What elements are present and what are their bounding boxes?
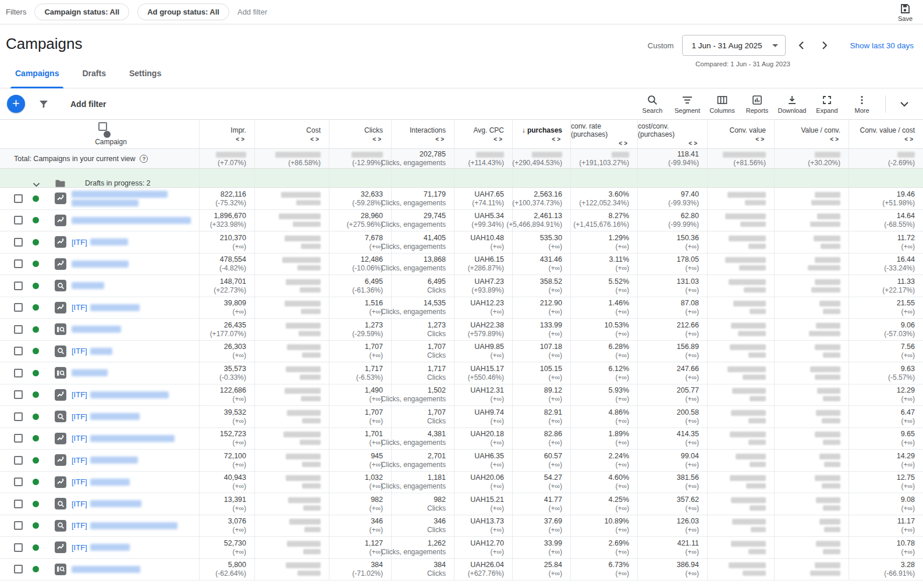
more-button[interactable]: More [844, 94, 879, 114]
campaign-name-link[interactable] [72, 326, 121, 333]
status-enabled-icon[interactable] [33, 348, 39, 354]
columns-button[interactable]: Columns [705, 94, 740, 114]
status-enabled-icon[interactable] [33, 566, 39, 572]
row-checkbox[interactable] [14, 477, 23, 486]
column-header-avg-cpc[interactable]: Avg. CPC<> [454, 120, 512, 148]
download-button[interactable]: Download [775, 94, 810, 114]
row-checkbox[interactable] [14, 390, 23, 399]
status-enabled-icon[interactable] [33, 326, 39, 333]
status-enabled-icon[interactable] [33, 239, 39, 245]
drafts-group-row[interactable]: Drafts in progress: 2 [0, 169, 923, 188]
tab-drafts[interactable]: Drafts [73, 69, 115, 88]
folder-icon [55, 180, 65, 187]
column-header-value-conv[interactable]: Value / conv.<> [774, 120, 849, 148]
status-enabled-icon[interactable] [33, 435, 39, 441]
campaign-name-link[interactable] [72, 261, 129, 268]
column-header-purchases[interactable]: ↓ purchases<> [512, 120, 570, 148]
collapse-chart-icon[interactable] [892, 101, 917, 107]
campaign-name-link[interactable] [72, 566, 140, 573]
search-button[interactable]: Search [635, 94, 670, 114]
redacted-value [300, 287, 321, 293]
column-header-clicks[interactable]: Clicks<> [329, 120, 391, 148]
select-all-checkbox[interactable] [98, 122, 107, 131]
status-enabled-icon[interactable] [33, 479, 39, 485]
row-checkbox[interactable] [14, 456, 23, 465]
row-checkbox[interactable] [14, 500, 23, 508]
column-header-conv-rate-purchases[interactable]: conv. rate (purchases)<> [570, 120, 637, 148]
column-header-conv-value[interactable]: Conv. value<> [707, 120, 774, 148]
row-checkbox[interactable] [14, 347, 23, 355]
column-header-cost[interactable]: Cost<> [254, 120, 329, 148]
show-last-30-days-link[interactable]: Show last 30 days [850, 41, 914, 50]
status-filter-icon[interactable] [104, 131, 111, 138]
status-enabled-icon[interactable] [33, 261, 39, 267]
column-header-cost-conv-purchases[interactable]: cost/conv. (purchases)<> [637, 120, 707, 148]
row-checkbox[interactable] [14, 216, 23, 224]
status-enabled-icon[interactable] [33, 217, 39, 223]
campaign-name-link[interactable]: [ITF] [72, 238, 128, 247]
cell-cpc: UAH20.18(+∞) [454, 428, 512, 450]
row-checkbox[interactable] [14, 521, 23, 530]
tab-campaigns[interactable]: Campaigns [6, 69, 68, 88]
filter-funnel-icon[interactable] [38, 98, 49, 110]
row-checkbox[interactable] [14, 281, 23, 290]
column-header-impr[interactable]: Impr.<> [199, 120, 254, 148]
row-checkbox[interactable] [14, 238, 23, 247]
campaign-name-link[interactable]: [ITF] [72, 500, 141, 508]
status-enabled-icon[interactable] [33, 544, 39, 551]
row-checkbox[interactable] [14, 303, 23, 312]
next-period-button[interactable] [817, 38, 832, 53]
status-enabled-icon[interactable] [33, 414, 39, 420]
campaign-name-link[interactable] [72, 191, 168, 206]
campaign-name-link[interactable]: [ITF] [72, 412, 140, 421]
redacted-value [285, 301, 321, 307]
redacted-value [816, 410, 840, 416]
chevron-down-icon[interactable] [33, 183, 40, 187]
date-range-picker[interactable]: 1 Jun - 31 Aug 2025 [682, 35, 786, 56]
row-checkbox[interactable] [14, 565, 23, 573]
tab-settings[interactable]: Settings [120, 69, 171, 88]
campaign-name-link[interactable]: [ITF] [72, 477, 130, 486]
campaign-status-chip[interactable]: Campaign status: All [34, 3, 129, 20]
cell-cvc: 11.17(+∞) [849, 515, 923, 537]
status-enabled-icon[interactable] [33, 501, 39, 507]
campaign-name-link[interactable] [72, 369, 108, 376]
help-icon[interactable]: ? [140, 155, 148, 163]
column-header-interactions[interactable]: Interactions<> [391, 120, 454, 148]
campaign-name-link[interactable]: [ITF] [72, 347, 112, 355]
campaign-name-link[interactable] [72, 217, 191, 224]
campaign-name-link[interactable]: [ITF] [72, 456, 138, 465]
campaign-name-link[interactable]: [ITF] [72, 390, 169, 399]
status-enabled-icon[interactable] [33, 457, 39, 464]
campaign-name-link[interactable] [72, 282, 104, 289]
status-enabled-icon[interactable] [33, 522, 39, 529]
segment-button[interactable]: Segment [670, 94, 705, 114]
reports-button[interactable]: Reports [740, 94, 775, 114]
add-filter-top[interactable]: Add filter [237, 8, 267, 16]
ad-group-status-chip[interactable]: Ad group status: All [137, 3, 229, 20]
campaign-name-link[interactable]: [ITF] [72, 434, 175, 443]
expand-button[interactable]: Expand [810, 94, 844, 114]
status-enabled-icon[interactable] [33, 283, 39, 289]
add-filter-toolbar[interactable]: Add filter [70, 99, 106, 109]
toolbar-actions: SearchSegmentColumnsReportsDownloadExpan… [635, 94, 917, 114]
row-checkbox[interactable] [14, 543, 23, 552]
campaign-name-link[interactable]: [ITF] [72, 543, 130, 552]
column-header-conv-value-cost[interactable]: Conv. value / cost<> [849, 120, 923, 148]
row-checkbox[interactable] [14, 194, 23, 203]
status-enabled-icon[interactable] [33, 370, 39, 376]
status-enabled-icon[interactable] [33, 195, 39, 202]
save-button[interactable]: Save [898, 3, 913, 22]
row-checkbox[interactable] [14, 434, 23, 443]
campaign-name-link[interactable]: [ITF] [72, 303, 140, 312]
status-enabled-icon[interactable] [33, 391, 39, 398]
new-campaign-button[interactable]: + [7, 95, 25, 113]
cell-campaign [0, 254, 199, 275]
row-checkbox[interactable] [14, 369, 23, 377]
prev-period-button[interactable] [794, 38, 809, 53]
row-checkbox[interactable] [14, 412, 23, 421]
row-checkbox[interactable] [14, 325, 23, 334]
status-enabled-icon[interactable] [33, 304, 39, 311]
row-checkbox[interactable] [14, 259, 23, 268]
campaign-name-link[interactable]: [ITF] [72, 521, 178, 530]
